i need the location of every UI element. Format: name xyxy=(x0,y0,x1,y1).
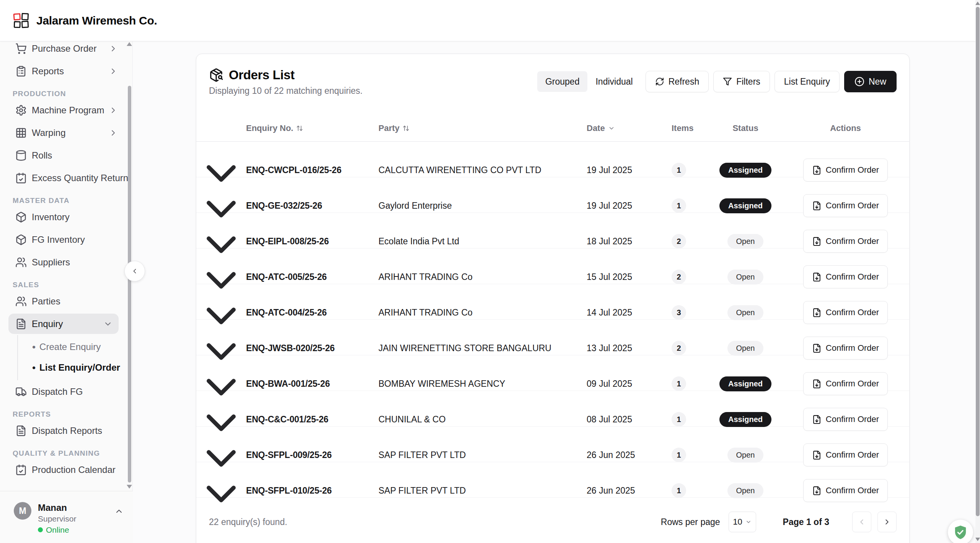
sidebar: Purchase OrderReportsPRODUCTIONMachine P… xyxy=(0,41,133,543)
sidebar-item-inventory[interactable]: Inventory xyxy=(0,206,127,228)
table-row-enq-ge-032-25-26[interactable]: ENQ-GE-032/25-26Gaylord Enterprise19 Jul… xyxy=(196,177,909,213)
sidebar-item-production-calendar[interactable]: Production Calendar xyxy=(0,458,127,481)
table-row-enq-bwa-001-25-26[interactable]: ENQ-BWA-001/25-26BOMBAY WIREMESH AGENCY0… xyxy=(196,355,909,391)
previous-page-button[interactable] xyxy=(852,512,871,532)
sidebar-item-reports[interactable]: Reports xyxy=(0,60,127,82)
new-button[interactable]: New xyxy=(844,71,897,92)
page-scrollbar xyxy=(975,0,980,543)
confirm-order-button[interactable]: Confirm Order xyxy=(803,265,888,288)
shield-check-icon xyxy=(953,525,968,540)
scroll-down-arrow-icon[interactable] xyxy=(975,538,980,541)
sidebar-item-rolls[interactable]: Rolls xyxy=(0,144,127,167)
filters-label: Filters xyxy=(736,77,760,87)
confirm-order-label: Confirm Order xyxy=(826,272,879,282)
confirm-order-label: Confirm Order xyxy=(826,201,879,211)
cell-date: 14 Jul 2025 xyxy=(587,307,667,318)
sidebar-item-excess-quantity-return[interactable]: Excess Quantity Return xyxy=(0,167,127,189)
scroll-down-arrow-icon[interactable] xyxy=(127,485,132,489)
file-text-icon xyxy=(15,425,27,437)
refresh-button[interactable]: Refresh xyxy=(646,71,709,92)
file-down-icon xyxy=(812,343,822,353)
table-row-enq-atc-004-25-26[interactable]: ENQ-ATC-004/25-26ARIHANT TRADING Co14 Ju… xyxy=(196,284,909,320)
items-count-badge: 2 xyxy=(672,341,686,355)
confirm-order-button[interactable]: Confirm Order xyxy=(803,372,888,395)
confirm-order-button[interactable]: Confirm Order xyxy=(803,337,888,360)
table-body: ENQ-CWCPL-016/25-26CALCUTTA WIRENETTING … xyxy=(196,142,909,498)
confirm-order-button[interactable]: Confirm Order xyxy=(803,408,888,431)
sidebar-sublist: •Create Enquiry•List Enquiry/Order xyxy=(17,335,127,380)
items-count-badge: 3 xyxy=(672,305,686,320)
sidebar-subitem-list-enquiry-order[interactable]: •List Enquiry/Order xyxy=(18,357,127,378)
sidebar-item-dispatch-fg[interactable]: Dispatch FG xyxy=(0,380,127,403)
page-scrollbar-thumb[interactable] xyxy=(976,7,980,516)
toggle-individual[interactable]: Individual xyxy=(587,71,641,92)
file-text-icon xyxy=(15,318,27,330)
sidebar-subitem-create-enquiry[interactable]: •Create Enquiry xyxy=(18,337,127,357)
sidebar-item-enquiry[interactable]: Enquiry xyxy=(8,314,119,334)
cell-party: Gaylord Enterprise xyxy=(378,201,587,211)
items-count-badge: 1 xyxy=(672,448,686,462)
sidebar-collapse-button[interactable] xyxy=(124,261,145,281)
confirm-order-button[interactable]: Confirm Order xyxy=(803,194,888,217)
sidebar-item-parties[interactable]: Parties xyxy=(0,290,127,312)
filters-button[interactable]: Filters xyxy=(713,71,770,92)
table-row-enq-atc-005-25-26[interactable]: ENQ-ATC-005/25-26ARIHANT TRADING Co15 Ju… xyxy=(196,249,909,284)
sidebar-item-purchase-order[interactable]: Purchase Order xyxy=(0,41,127,60)
sidebar-item-dispatch-reports[interactable]: Dispatch Reports xyxy=(0,419,127,442)
toggle-grouped[interactable]: Grouped xyxy=(537,71,588,92)
cylinder-icon xyxy=(15,150,27,161)
sidebar-scrollbar-thumb[interactable] xyxy=(128,86,131,482)
sidebar-item-label: Dispatch Reports xyxy=(32,425,102,436)
confirm-order-button[interactable]: Confirm Order xyxy=(803,301,888,324)
next-page-button[interactable] xyxy=(877,512,897,532)
items-count-badge: 1 xyxy=(672,412,686,427)
sidebar-subitem-label: List Enquiry/Order xyxy=(39,362,120,373)
table-row-enq-eipl-008-25-26[interactable]: ENQ-EIPL-008/25-26Ecolate India Pvt Ltd1… xyxy=(196,213,909,249)
column-label: Enquiry No. xyxy=(246,123,293,133)
user-role: Supervisor xyxy=(38,514,76,524)
sidebar-item-label: Suppliers xyxy=(32,257,70,268)
column-header-date[interactable]: Date xyxy=(587,123,667,133)
sidebar-item-suppliers[interactable]: Suppliers xyxy=(0,251,127,273)
sidebar-item-machine-program[interactable]: Machine Program xyxy=(0,99,127,121)
table-footer: 22 enquiry(s) found. Rows per page 10 Pa… xyxy=(196,498,909,543)
file-down-icon xyxy=(812,272,822,282)
sidebar-section-reports: REPORTS xyxy=(0,409,127,419)
items-count-badge: 2 xyxy=(672,234,686,249)
table-row-enq-sfpl-009-25-26[interactable]: ENQ-SFPL-009/25-26SAP FILTER PVT LTD26 J… xyxy=(196,427,909,462)
scroll-up-arrow-icon[interactable] xyxy=(975,2,980,5)
card-header: Orders List Displaying 10 of 22 matching… xyxy=(196,54,909,115)
cell-enquiry-no: ENQ-ATC-005/25-26 xyxy=(246,272,378,282)
chevron-down-icon xyxy=(608,125,615,132)
cell-party: JAIN WIRENETTING STORE BANGALURU xyxy=(378,343,587,353)
table-row-enq-c-c-001-25-26[interactable]: ENQ-C&C-001/25-26CHUNILAL & CO08 Jul 202… xyxy=(196,391,909,427)
column-header-enquiry-no[interactable]: Enquiry No. xyxy=(246,123,378,133)
sidebar-item-warping[interactable]: Warping xyxy=(0,121,127,144)
sidebar-item-label: Inventory xyxy=(32,212,70,222)
scroll-up-arrow-icon[interactable] xyxy=(127,42,132,46)
column-header-party[interactable]: Party xyxy=(378,123,587,133)
sidebar-subitem-label: Create Enquiry xyxy=(39,342,101,352)
items-count-badge: 1 xyxy=(672,163,686,177)
confirm-order-button[interactable]: Confirm Order xyxy=(803,443,888,466)
chevron-up-icon[interactable] xyxy=(114,507,124,516)
table-row-enq-sfpl-010-25-26[interactable]: ENQ-SFPL-010/25-26SAP FILTER PVT LTD26 J… xyxy=(196,462,909,498)
table-row-enq-jwsb-020-25-26[interactable]: ENQ-JWSB-020/25-26JAIN WIRENETTING STORE… xyxy=(196,320,909,355)
cell-date: 26 Jun 2025 xyxy=(587,450,667,460)
status-badge: Open xyxy=(727,234,764,249)
sidebar-item-fg-inventory[interactable]: FG Inventory xyxy=(0,228,127,251)
confirm-order-button[interactable]: Confirm Order xyxy=(803,159,888,182)
cell-date: 13 Jul 2025 xyxy=(587,343,667,353)
list-enquiry-button[interactable]: List Enquiry xyxy=(775,71,840,92)
cell-enquiry-no: ENQ-C&C-001/25-26 xyxy=(246,414,378,425)
user-panel[interactable]: M Manan Supervisor Online xyxy=(0,491,133,543)
status-badge: Assigned xyxy=(719,412,771,427)
adguard-shield-button[interactable] xyxy=(948,520,973,543)
rows-per-page-select[interactable]: 10 xyxy=(729,512,756,532)
toolbar: Grouped Individual Refresh Filters List … xyxy=(537,71,897,92)
company-logo-icon xyxy=(13,12,29,29)
table-row-enq-cwcpl-016-25-26[interactable]: ENQ-CWCPL-016/25-26CALCUTTA WIRENETTING … xyxy=(196,142,909,177)
confirm-order-button[interactable]: Confirm Order xyxy=(803,230,888,253)
column-label: Items xyxy=(672,123,693,133)
chevron-left-icon xyxy=(858,518,866,526)
